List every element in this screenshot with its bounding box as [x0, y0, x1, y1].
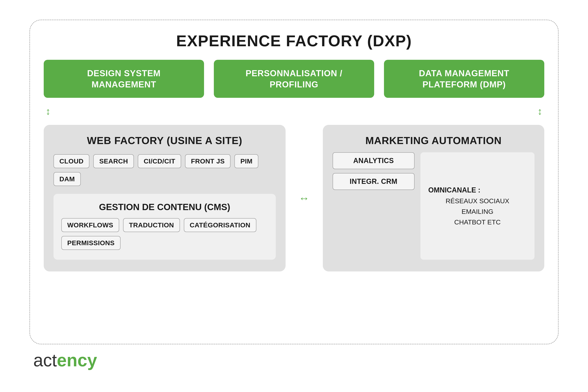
tag-workflows: WORKFLOWS	[61, 218, 119, 232]
main-container: EXPERIENCE FACTORY (DXP) DESIGN SYSTEMMA…	[30, 20, 558, 344]
green-box-design-system: DESIGN SYSTEMMANAGEMENT	[44, 60, 204, 98]
arrows-row: ↕ ↕	[44, 106, 544, 117]
tag-cloud: CLOUD	[54, 154, 90, 168]
marketing-title: MARKETING AUTOMATION	[332, 135, 534, 146]
green-box-design-system-label: DESIGN SYSTEMMANAGEMENT	[87, 68, 161, 90]
outer-wrapper: EXPERIENCE FACTORY (DXP) DESIGN SYSTEMMA…	[30, 20, 558, 372]
omnicanale-chatbot: CHATBOT ETC	[428, 218, 527, 226]
top-boxes-row: DESIGN SYSTEMMANAGEMENT PERSONNALISATION…	[44, 60, 544, 98]
analytics-col: ANALYTICS INTEGR. CRM	[332, 152, 414, 260]
green-box-personnalisation: PERSONNALISATION /PROFILING	[214, 60, 374, 98]
tag-traduction: TRADUCTION	[123, 218, 180, 232]
cms-box: GESTION DE CONTENU (CMS) WORKFLOWS TRADU…	[54, 194, 276, 260]
web-factory-title: WEB FACTORY (USINE A SITE)	[54, 135, 276, 146]
logo-area: actency	[30, 344, 558, 372]
marketing-inner: ANALYTICS INTEGR. CRM OMNICANALE : RÉSEA…	[332, 152, 534, 260]
cms-tags-row: WORKFLOWS TRADUCTION CATÉGORISATION PERM…	[61, 218, 268, 250]
green-box-data-management-label: DATA MANAGEMENTPLATEFORM (DMP)	[419, 68, 509, 90]
cms-title: GESTION DE CONTENU (CMS)	[61, 202, 268, 212]
tag-frontjs: FRONT JS	[185, 154, 230, 168]
web-factory-tags-row: CLOUD SEARCH CI/CD/CIT FRONT JS PIM DAM	[54, 154, 276, 186]
omnicanale-emailing: EMAILING	[428, 208, 527, 216]
omnicanale-reseaux: RÉSEAUX SOCIAUX	[428, 197, 527, 205]
bottom-section: WEB FACTORY (USINE A SITE) CLOUD SEARCH …	[44, 125, 544, 272]
marketing-box: MARKETING AUTOMATION ANALYTICS INTEGR. C…	[323, 125, 544, 272]
main-title: EXPERIENCE FACTORY (DXP)	[44, 32, 544, 50]
tag-analytics: ANALYTICS	[332, 152, 414, 169]
omnicanale-title: OMNICANALE :	[428, 186, 527, 194]
logo-prefix: act	[33, 350, 57, 370]
tag-integr-crm: INTEGR. CRM	[332, 173, 414, 190]
arrow-right-icon: ↕	[538, 106, 542, 117]
omnicanale-box: OMNICANALE : RÉSEAUX SOCIAUX EMAILING CH…	[420, 152, 534, 260]
tag-cicd: CI/CD/CIT	[138, 154, 181, 168]
tag-permissions: PERMISSIONS	[61, 236, 120, 250]
logo: actency	[33, 350, 97, 370]
green-box-data-management: DATA MANAGEMENTPLATEFORM (DMP)	[384, 60, 544, 98]
middle-section: ↔	[297, 125, 311, 272]
web-factory-box: WEB FACTORY (USINE A SITE) CLOUD SEARCH …	[44, 125, 286, 272]
logo-bold: ency	[57, 350, 97, 370]
tag-dam: DAM	[54, 172, 81, 186]
tag-search: SEARCH	[93, 154, 134, 168]
horiz-arrow-icon: ↔	[299, 192, 310, 204]
arrow-left-icon: ↕	[46, 106, 50, 117]
tag-pim: PIM	[234, 154, 258, 168]
tag-categorisation: CATÉGORISATION	[184, 218, 256, 232]
green-box-personnalisation-label: PERSONNALISATION /PROFILING	[246, 68, 342, 90]
